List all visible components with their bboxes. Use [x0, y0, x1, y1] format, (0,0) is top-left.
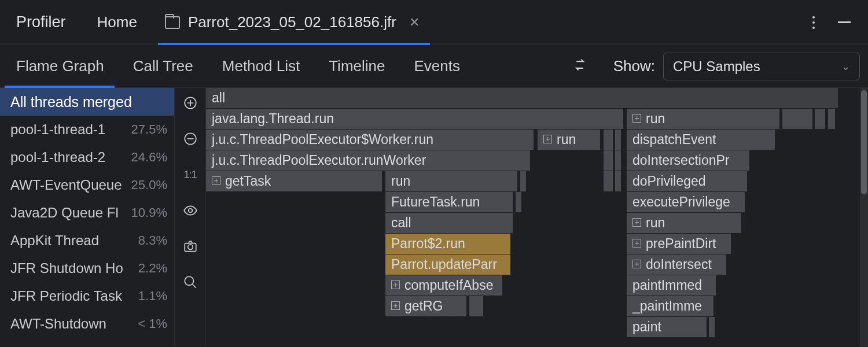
- flame-frame[interactable]: FutureTask.run: [385, 192, 514, 212]
- close-icon[interactable]: ✕: [409, 15, 420, 30]
- flame-frame[interactable]: [709, 317, 716, 337]
- flame-frame[interactable]: java.lang.Thread.run: [206, 109, 624, 129]
- flame-frame[interactable]: all: [206, 88, 839, 108]
- subtab-call-tree[interactable]: Call Tree: [133, 45, 193, 87]
- top-bar: Profiler Home Parrot_2023_05_02_161856.j…: [0, 0, 868, 45]
- flame-frame[interactable]: run: [385, 171, 518, 191]
- flame-frame[interactable]: doPrivileged: [627, 171, 748, 191]
- flame-frame[interactable]: [615, 171, 622, 191]
- subtab-timeline[interactable]: Timeline: [329, 45, 385, 87]
- expand-plus-icon: [632, 114, 641, 123]
- flame-frame[interactable]: [615, 150, 622, 171]
- flame-frame[interactable]: [782, 109, 814, 129]
- flame-frame-label: j.u.c.ThreadPoolExecutor.runWorker: [212, 153, 426, 168]
- flame-frame-label: all: [212, 90, 225, 105]
- folder-icon: [165, 16, 180, 29]
- expand-icon[interactable]: [181, 94, 200, 112]
- thread-percent: 8.3%: [138, 233, 167, 248]
- flame-frame[interactable]: [469, 296, 484, 316]
- flame-frame[interactable]: doIntersect: [627, 254, 727, 275]
- thread-row[interactable]: pool-1-thread-224.6%: [0, 143, 174, 171]
- thread-row[interactable]: AWT-Shutdown< 1%: [0, 310, 174, 338]
- flame-frame[interactable]: run: [627, 109, 781, 129]
- thread-name: pool-1-thread-1: [10, 121, 105, 138]
- flame-frame[interactable]: Parrot.updateParr: [385, 254, 512, 275]
- flame-frame[interactable]: call: [385, 213, 514, 233]
- flame-frame-label: run: [557, 132, 576, 147]
- flame-scrollbar[interactable]: [860, 88, 868, 347]
- tab-file[interactable]: Parrot_2023_05_02_161856.jfr ✕: [161, 0, 423, 45]
- flame-frame[interactable]: Parrot$2.run: [385, 234, 512, 254]
- show-dropdown[interactable]: CPU Samples ⌄: [663, 53, 860, 80]
- minimize-button[interactable]: [838, 21, 851, 23]
- flame-frame-label: prePaintDirt: [646, 236, 716, 251]
- flame-frame[interactable]: _paintImme: [627, 296, 715, 316]
- flame-graph-area[interactable]: alljava.lang.Thread.runj.u.c.ThreadPoolE…: [206, 88, 868, 347]
- thread-percent: < 1%: [138, 316, 167, 331]
- thread-name: pool-1-thread-2: [10, 149, 105, 165]
- subtab-events[interactable]: Events: [414, 45, 460, 87]
- flame-frame-label: java.lang.Thread.run: [212, 111, 334, 126]
- expand-plus-icon: [632, 260, 641, 268]
- swap-icon[interactable]: [572, 57, 588, 76]
- expand-plus-icon: [212, 176, 220, 185]
- subtab-bar: Flame Graph Call Tree Method List Timeli…: [0, 45, 868, 88]
- ratio-button[interactable]: 1:1: [181, 165, 200, 184]
- more-menu-icon[interactable]: [806, 16, 822, 29]
- flame-frame-label: doIntersect: [646, 257, 712, 272]
- thread-row[interactable]: AWT-EventQueue25.0%: [0, 171, 174, 199]
- flame-frame[interactable]: computeIfAbse: [385, 275, 503, 296]
- flame-frame[interactable]: paint: [627, 317, 708, 337]
- flame-frame-label: doPrivileged: [632, 174, 706, 189]
- expand-plus-icon: [632, 239, 641, 248]
- thread-row[interactable]: pool-1-thread-127.5%: [0, 116, 174, 143]
- collapse-icon[interactable]: [181, 130, 200, 148]
- expand-plus-icon: [391, 280, 400, 289]
- flame-frame[interactable]: dispatchEvent: [627, 130, 776, 150]
- flame-frame-label: dispatchEvent: [632, 132, 716, 147]
- app-title: Profiler: [16, 13, 66, 31]
- expand-plus-icon: [543, 135, 552, 143]
- thread-row[interactable]: AppKit Thread8.3%: [0, 227, 174, 254]
- thread-row[interactable]: JFR Periodic Task1.1%: [0, 282, 174, 310]
- flame-frame[interactable]: [604, 150, 614, 171]
- flame-frame[interactable]: [615, 130, 622, 150]
- scrollbar-thumb[interactable]: [861, 90, 867, 194]
- search-icon[interactable]: [181, 273, 200, 291]
- flame-frame-label: Parrot.updateParr: [391, 257, 497, 272]
- thread-row[interactable]: JFR Shutdown Ho2.2%: [0, 254, 174, 282]
- flame-frame[interactable]: run: [627, 213, 742, 233]
- flame-frame[interactable]: [815, 109, 826, 129]
- flame-frame[interactable]: [604, 171, 614, 191]
- camera-icon[interactable]: [181, 237, 200, 256]
- flame-frame[interactable]: j.u.c.ThreadPoolExecutor.runWorker: [206, 150, 531, 171]
- flame-frame[interactable]: j.u.c.ThreadPoolExecutor$Worker.run: [206, 130, 535, 150]
- flame-frame[interactable]: prePaintDirt: [627, 234, 732, 254]
- thread-name: AWT-EventQueue: [10, 177, 122, 193]
- flame-frame[interactable]: executePrivilege: [627, 192, 746, 212]
- flame-frame-label: FutureTask.run: [391, 194, 480, 209]
- flame-frame[interactable]: doIntersectionPr: [627, 150, 751, 171]
- flame-frame[interactable]: [604, 130, 614, 150]
- subtab-flame-graph[interactable]: Flame Graph: [16, 45, 104, 87]
- flame-frame[interactable]: paintImmed: [627, 275, 717, 296]
- flame-frame-label: computeIfAbse: [404, 278, 493, 293]
- eye-icon[interactable]: [181, 201, 200, 220]
- flame-frame-label: getTask: [225, 174, 271, 189]
- thread-name: AppKit Thread: [10, 232, 99, 249]
- thread-row[interactable]: All threads merged: [0, 88, 174, 116]
- flame-frame[interactable]: [520, 171, 527, 191]
- flame-frame[interactable]: getRG: [385, 296, 468, 316]
- thread-name: JFR Periodic Task: [10, 288, 122, 304]
- flame-frame-label: j.u.c.ThreadPoolExecutor$Worker.run: [212, 132, 433, 147]
- tab-home[interactable]: Home: [97, 13, 137, 31]
- flame-frame[interactable]: [828, 109, 836, 129]
- thread-row[interactable]: Java2D Queue Fl10.9%: [0, 199, 174, 227]
- flame-frame[interactable]: getTask: [206, 171, 383, 191]
- flame-frame[interactable]: [516, 192, 523, 212]
- thread-name: AWT-Shutdown: [10, 316, 106, 332]
- show-dropdown-value: CPU Samples: [673, 58, 760, 75]
- flame-frame[interactable]: run: [538, 130, 601, 150]
- thread-percent: 27.5%: [131, 122, 167, 137]
- subtab-method-list[interactable]: Method List: [222, 45, 300, 87]
